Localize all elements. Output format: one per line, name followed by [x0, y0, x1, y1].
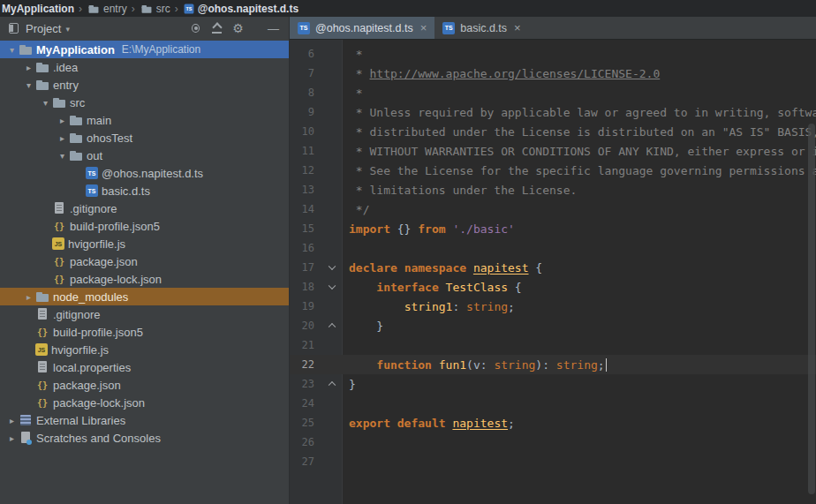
tab-label: @ohos.napitest.d.ts [315, 22, 413, 34]
tree-item-package-json[interactable]: {}package.json [0, 252, 289, 270]
chevron-collapsed-icon[interactable]: ▸ [22, 63, 35, 72]
ts-file-icon: TS [184, 4, 193, 13]
code-line-27[interactable]: 27 [290, 452, 816, 471]
hide-icon[interactable]: — [266, 21, 281, 35]
tree-item-idea[interactable]: ▸.idea [0, 58, 289, 76]
line-number: 7 [290, 67, 316, 79]
tree-item-package-lock-json[interactable]: {}package-lock.json [0, 394, 289, 411]
ts-file-icon: TS [86, 167, 98, 179]
tree-item-hvigorfile-js[interactable]: JShvigorfile.js [0, 341, 289, 358]
close-icon[interactable]: × [420, 21, 427, 34]
code-line-24[interactable]: 24 [290, 394, 816, 413]
code-line-16[interactable]: 16 [290, 238, 816, 258]
tree-item-hvigorfile-js[interactable]: JShvigorfile.js [0, 235, 289, 252]
tree-item-path: E:\MyApplication [122, 43, 200, 56]
code-line-23[interactable]: 23} [290, 374, 816, 394]
fold-column [316, 355, 343, 374]
tree-item-gitignore[interactable]: .gitignore [0, 305, 289, 323]
code-line-15[interactable]: 15import {} from './basic' [290, 219, 816, 238]
code-line-12[interactable]: 12 * See the License for the specific la… [290, 161, 816, 180]
ts-file-icon: TS [86, 184, 98, 197]
breadcrumb: MyApplication›entry›src›TS@ohos.napitest… [0, 0, 816, 17]
tree-item-basic-d-ts[interactable]: TSbasic.d.ts [0, 182, 289, 199]
code-line-21[interactable]: 21 [290, 335, 816, 355]
tree-item-package-lock-json[interactable]: {}package-lock.json [0, 270, 289, 288]
fold-column [316, 374, 343, 394]
code-line-8[interactable]: 8 * [290, 83, 816, 102]
code-line-17[interactable]: 17declare namespace napitest { [290, 258, 816, 277]
code-line-25[interactable]: 25export default napitest; [290, 413, 816, 433]
chevron-collapsed-icon[interactable]: ▸ [56, 116, 69, 125]
scrollbar-thumb[interactable] [808, 124, 815, 495]
tree-item-node-modules[interactable]: ▸node_modules [0, 288, 289, 305]
tree-item-build-profile-json5[interactable]: {}build-profile.json5 [0, 217, 289, 235]
code-line-7[interactable]: 7 * http://www.apache.org/licenses/LICEN… [290, 64, 816, 83]
tree-item-label: out [87, 149, 102, 162]
json-file-icon: {} [35, 325, 49, 339]
editor-scrollbar[interactable] [807, 40, 816, 504]
code-line-19[interactable]: 19 string1: string; [290, 297, 816, 316]
tree-item-out[interactable]: ▾out [0, 147, 289, 164]
chevron-expanded-icon[interactable]: ▾ [5, 45, 19, 55]
code-line-6[interactable]: 6 * [290, 44, 816, 64]
tree-item-ohostest[interactable]: ▸ohosTest [0, 129, 289, 147]
line-number: 21 [290, 339, 316, 351]
code-line-11[interactable]: 11 * WITHOUT WARRANTIES OR CONDITIONS OF… [290, 141, 816, 161]
code-line-22[interactable]: 22 function fun1(v: string): string; [290, 355, 816, 374]
breadcrumb-item-entry[interactable]: entry [87, 2, 127, 16]
tree-item-external-libraries[interactable]: ▸External Libraries [0, 411, 289, 429]
code-line-18[interactable]: 18 interface TestClass { [290, 277, 816, 297]
tree-item-main[interactable]: ▸main [0, 111, 289, 129]
folder-icon [69, 113, 83, 127]
tree-item-label: @ohos.napitest.d.ts [102, 167, 203, 180]
collapse-all-icon[interactable] [209, 21, 224, 35]
tree-item-gitignore[interactable]: .gitignore [0, 199, 289, 217]
code-token: declare [349, 261, 397, 275]
project-view-dropdown[interactable]: Project ▾ [26, 22, 70, 35]
fold-column [316, 316, 343, 335]
fold-down-icon[interactable] [329, 282, 336, 290]
fold-down-icon[interactable] [329, 263, 336, 270]
editor-tab-ohos-napitest-d-ts[interactable]: TS@ohos.napitest.d.ts× [290, 17, 434, 39]
tree-item-label: hvigorfile.js [51, 343, 109, 357]
breadcrumb-item-myapplication[interactable]: MyApplication [2, 3, 74, 15]
tree-item-package-json[interactable]: {}package.json [0, 376, 289, 394]
breadcrumb-item-src[interactable]: src [140, 2, 170, 16]
fold-column [316, 238, 343, 258]
code-line-13[interactable]: 13 * limitations under the License. [290, 180, 816, 199]
locate-target-icon[interactable] [188, 21, 203, 35]
editor-tab-basic-d-ts[interactable]: TSbasic.d.ts× [434, 17, 528, 39]
breadcrumb-label: src [156, 3, 170, 15]
settings-icon[interactable]: ⚙ [230, 21, 246, 35]
code-line-14[interactable]: 14 */ [290, 199, 816, 219]
code-editor[interactable]: 6 *7 * http://www.apache.org/licenses/LI… [290, 40, 816, 504]
code-line-9[interactable]: 9 * Unless required by applicable law or… [290, 102, 816, 122]
breadcrumb-item-ohos-napitest-d-ts[interactable]: TS@ohos.napitest.d.ts [183, 3, 298, 15]
close-icon[interactable]: × [514, 21, 521, 34]
tree-item-build-profile-json5[interactable]: {}build-profile.json5 [0, 323, 289, 341]
code-line-26[interactable]: 26 [290, 433, 816, 452]
tree-item-myapplication[interactable]: ▾MyApplicationE:\MyApplication [0, 41, 289, 58]
breadcrumb-separator: › [129, 3, 138, 15]
chevron-collapsed-icon[interactable]: ▸ [5, 416, 19, 425]
gutter-cell: 7 [290, 64, 343, 83]
tree-item-label: node_modules [53, 290, 128, 304]
chevron-collapsed-icon[interactable]: ▸ [5, 433, 19, 443]
gutter-cell: 26 [290, 433, 343, 452]
fold-up-icon[interactable] [329, 381, 336, 388]
tree-item-entry[interactable]: ▾entry [0, 76, 289, 94]
chevron-expanded-icon[interactable]: ▾ [56, 151, 69, 161]
code-token: function [376, 358, 432, 372]
gutter-cell: 23 [290, 374, 343, 394]
tree-item-ohos-napitest-d-ts[interactable]: TS@ohos.napitest.d.ts [0, 164, 289, 182]
code-line-10[interactable]: 10 * distributed under the License is di… [290, 122, 816, 141]
chevron-collapsed-icon[interactable]: ▸ [56, 133, 69, 143]
code-line-20[interactable]: 20 } [290, 316, 816, 335]
tree-item-src[interactable]: ▾src [0, 94, 289, 111]
chevron-expanded-icon[interactable]: ▾ [39, 98, 52, 108]
tree-item-local-properties[interactable]: local.properties [0, 358, 289, 376]
chevron-expanded-icon[interactable]: ▾ [22, 80, 35, 90]
fold-up-icon[interactable] [329, 323, 336, 330]
tree-item-scratches-and-consoles[interactable]: ▸Scratches and Consoles [0, 429, 289, 447]
chevron-collapsed-icon[interactable]: ▸ [22, 292, 35, 302]
